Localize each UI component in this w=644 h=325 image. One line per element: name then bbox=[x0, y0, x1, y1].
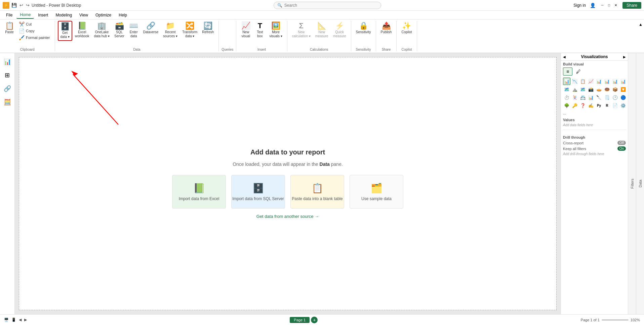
waterfall-icon[interactable]: 📊 bbox=[619, 78, 627, 85]
format-tab[interactable]: 🖊 bbox=[574, 67, 583, 76]
ribbon-chart-icon[interactable]: 📊 bbox=[611, 78, 619, 85]
search-input[interactable] bbox=[284, 3, 377, 8]
new-measure-button[interactable]: 📐 Newmeasure bbox=[313, 21, 330, 40]
choropleth-icon[interactable]: 🗺️ bbox=[579, 86, 587, 93]
recent-sources-button[interactable]: 📁 Recentsources ▾ bbox=[161, 21, 179, 40]
smart-narrative-icon[interactable]: ✍️ bbox=[587, 102, 595, 109]
decomp-tree-icon[interactable]: 🌳 bbox=[563, 102, 570, 109]
viz-panel-expand-right[interactable]: ▶ bbox=[623, 55, 626, 59]
maximize-btn[interactable]: □ bbox=[606, 3, 612, 8]
sql-server-button[interactable]: 🗃️ SQLServer bbox=[112, 21, 126, 40]
viz-more-button[interactable]: ... bbox=[563, 111, 626, 115]
page-nav-next[interactable]: ▶ bbox=[24, 318, 27, 322]
view-icon[interactable]: 🖥️ bbox=[4, 318, 9, 322]
report-view-icon[interactable]: 📊 bbox=[1, 56, 13, 68]
quick-access-undo[interactable]: ↩ bbox=[19, 3, 23, 8]
data-tab[interactable]: Data bbox=[636, 53, 644, 314]
ribbon-collapse[interactable]: ▲ bbox=[637, 21, 644, 51]
qa-icon[interactable]: ❓ bbox=[579, 102, 587, 109]
multi-card-icon[interactable]: 📇 bbox=[579, 94, 587, 101]
mobile-icon[interactable]: 📱 bbox=[11, 318, 16, 322]
menu-modeling[interactable]: Modeling bbox=[52, 12, 75, 18]
keep-filters-toggle[interactable]: On bbox=[617, 146, 626, 151]
quick-measure-button[interactable]: ⚡ Quickmeasure bbox=[331, 21, 348, 40]
page-1-tab[interactable]: Page 1 bbox=[290, 317, 310, 323]
stacked-bar-100-icon[interactable]: 📋 bbox=[579, 78, 587, 85]
get-data-another-source-link[interactable]: Get data from another source → bbox=[256, 214, 319, 219]
menu-home[interactable]: Home bbox=[16, 11, 34, 19]
table-icon[interactable]: 🗒️ bbox=[603, 94, 611, 101]
share-button[interactable]: Share bbox=[622, 2, 641, 9]
dax-query-icon[interactable]: 🧮 bbox=[1, 96, 13, 108]
new-visual-button[interactable]: 📈 Newvisual bbox=[239, 21, 252, 40]
sign-in-btn[interactable]: Sign in bbox=[573, 3, 586, 8]
gauge-icon[interactable]: ⏱️ bbox=[563, 94, 570, 101]
enter-data-button[interactable]: ⌨️ Enterdata bbox=[127, 21, 140, 40]
sensitivity-button[interactable]: 🔒 Sensitivity bbox=[354, 21, 373, 36]
model-view-icon[interactable]: 🔗 bbox=[1, 83, 13, 95]
dataverse-button[interactable]: 🔗 Dataverse bbox=[141, 21, 161, 36]
paste-data-card[interactable]: 📋 Paste data into a blank table bbox=[290, 175, 344, 208]
key-influencers-icon[interactable]: 🔑 bbox=[571, 102, 578, 109]
add-page-button[interactable]: + bbox=[311, 317, 318, 323]
close-btn[interactable]: ✕ bbox=[613, 3, 618, 8]
azure-map-icon[interactable]: 🔵 bbox=[619, 94, 627, 101]
import-excel-card[interactable]: 📗 Import data from Excel bbox=[172, 175, 226, 208]
line-chart-icon[interactable]: 📈 bbox=[587, 78, 595, 85]
clustered-bar-icon[interactable]: 📉 bbox=[571, 78, 578, 85]
funnel-icon[interactable]: 🔽 bbox=[619, 86, 627, 93]
menu-help[interactable]: Help bbox=[115, 12, 130, 18]
stacked-bar-icon[interactable]: 📊 bbox=[563, 78, 570, 85]
cross-report-toggle[interactable]: Off bbox=[617, 141, 626, 145]
area-chart-icon[interactable]: 📊 bbox=[595, 78, 603, 85]
search-bar[interactable]: 🔍 bbox=[274, 2, 381, 9]
paginated-icon[interactable]: 📄 bbox=[611, 102, 619, 109]
page-nav-prev[interactable]: ◀ bbox=[19, 318, 22, 322]
treemap-icon[interactable]: 📦 bbox=[611, 86, 619, 93]
text-box-button[interactable]: T Textbox bbox=[253, 21, 267, 40]
python-icon[interactable]: Py bbox=[595, 102, 603, 109]
more-visuals-button[interactable]: 🖼️ Morevisuals ▾ bbox=[267, 21, 284, 40]
refresh-button[interactable]: 🔄 Refresh bbox=[200, 21, 216, 36]
map-icon[interactable]: ⛰️ bbox=[571, 86, 578, 93]
menu-insert[interactable]: Insert bbox=[35, 12, 51, 18]
quick-access-save[interactable]: 💾 bbox=[11, 3, 17, 8]
slicer-icon[interactable]: 🔪 bbox=[595, 94, 603, 101]
viz-panel-collapse-left[interactable]: ◀ bbox=[563, 55, 566, 59]
user-icon[interactable]: 👤 bbox=[590, 3, 596, 8]
window-controls: ─ □ ✕ bbox=[600, 3, 618, 8]
cut-button[interactable]: ✂️ Cut bbox=[17, 21, 52, 28]
quick-access-redo[interactable]: ↪ bbox=[26, 3, 30, 8]
transform-data-button[interactable]: 🔀 Transformdata ▾ bbox=[180, 21, 199, 40]
r-icon[interactable]: R bbox=[603, 102, 611, 109]
card-icon[interactable]: 🃏 bbox=[571, 94, 578, 101]
copy-button[interactable]: 📄 Copy bbox=[17, 28, 52, 34]
minimize-btn[interactable]: ─ bbox=[600, 3, 605, 8]
kpi-icon[interactable]: 📊 bbox=[587, 94, 595, 101]
filled-map-icon[interactable]: 📸 bbox=[587, 86, 595, 93]
zoom-slider[interactable] bbox=[602, 319, 629, 321]
stacked-area-icon[interactable]: 📊 bbox=[603, 78, 611, 85]
transform-icon: 🔀 bbox=[185, 22, 194, 30]
sample-data-card[interactable]: 🗂️ Use sample data bbox=[350, 175, 403, 208]
copilot-button[interactable]: ✨ Copilot bbox=[399, 21, 414, 36]
onelake-button[interactable]: 🏢 OneLakedata hub ▾ bbox=[92, 21, 112, 40]
paste-button[interactable]: 📋 Paste bbox=[3, 21, 16, 36]
get-data-button[interactable]: 🗄️ Getdata ▾ bbox=[58, 21, 72, 41]
power-apps-icon[interactable]: ⚙️ bbox=[619, 102, 627, 109]
import-sql-card[interactable]: 🗄️ Import data from SQL Server bbox=[231, 175, 285, 208]
fields-tab[interactable]: ≡ bbox=[563, 67, 572, 76]
donut-icon[interactable]: 🍩 bbox=[603, 86, 611, 93]
scatter-chart-icon[interactable]: 🗺️ bbox=[563, 86, 570, 93]
matrix-icon[interactable]: 🕐 bbox=[611, 94, 619, 101]
menu-file[interactable]: File bbox=[3, 12, 16, 18]
format-painter-button[interactable]: 🖌️ Format painter bbox=[17, 34, 52, 41]
excel-workbook-button[interactable]: 📗 Excelworkbook bbox=[73, 21, 91, 40]
menu-optimize[interactable]: Optimize bbox=[92, 12, 115, 18]
pie-chart-icon[interactable]: 🥧 bbox=[595, 86, 603, 93]
filters-tab[interactable]: Filters bbox=[628, 53, 636, 314]
menu-view[interactable]: View bbox=[76, 12, 91, 18]
publish-button[interactable]: 📤 Publish bbox=[379, 21, 394, 36]
table-view-icon[interactable]: ⊞ bbox=[1, 69, 13, 81]
new-calculation-button[interactable]: Σ Newcalculation ▾ bbox=[290, 21, 313, 40]
